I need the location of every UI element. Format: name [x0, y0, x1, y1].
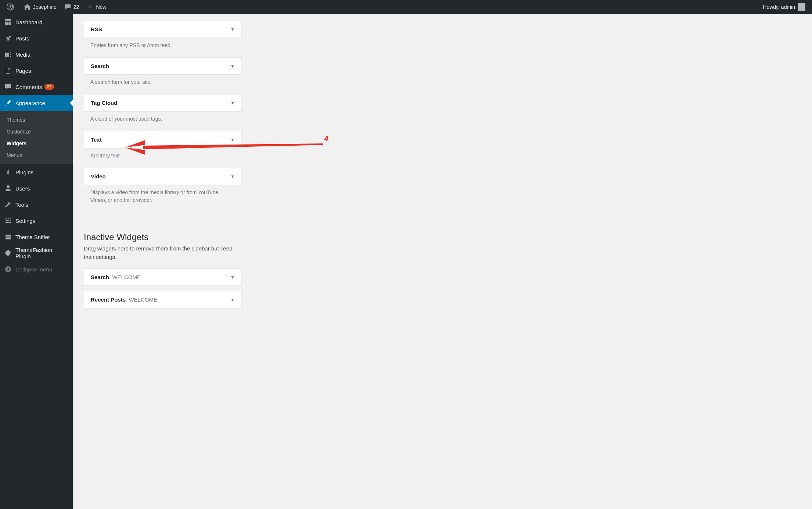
chevron-down-icon[interactable]: ▼: [230, 100, 235, 106]
chevron-down-icon[interactable]: ▼: [230, 27, 235, 32]
admin-sidebar: DashboardPostsMediaPagesComments22Appear…: [0, 14, 73, 509]
my-account-menu[interactable]: Howdy, admin: [759, 0, 809, 14]
howdy-user: admin: [781, 4, 795, 10]
sidebar-item-label: Appearance: [15, 100, 45, 106]
widget-head[interactable]: Text▼: [84, 131, 241, 148]
inactive-widget-inactive-recent-posts[interactable]: Recent Posts: WELCOME▼: [84, 291, 242, 308]
sidebar-item-label: Settings: [15, 218, 35, 224]
widget-title: Recent Posts: WELCOME: [91, 296, 157, 303]
sidebar-item-pages[interactable]: Pages: [0, 63, 73, 79]
available-widgets-column: RSS▼Entries from any RSS or Atom feed.Se…: [84, 21, 242, 210]
plug-icon: [4, 168, 12, 176]
sidebar-item-comments[interactable]: Comments22: [0, 79, 73, 95]
widget-name: Recent Posts: [91, 296, 126, 303]
widget-title: Search: [91, 63, 109, 69]
admin-bar-left: Josephine 22 New: [3, 0, 110, 14]
widget-head[interactable]: Tag Cloud▼: [84, 95, 241, 111]
avatar: [798, 3, 805, 11]
collapse-label: Collapse menu: [15, 266, 52, 273]
dashboard-icon: [4, 18, 12, 26]
widget-video[interactable]: Video▼: [84, 168, 242, 185]
widget-head[interactable]: Search: WELCOME▼: [84, 269, 241, 285]
widget-desc: Entries from any RSS or Atom feed.: [84, 38, 242, 55]
pin-icon: [4, 35, 12, 42]
chevron-down-icon[interactable]: ▼: [230, 174, 235, 179]
comment-icon: [4, 83, 12, 90]
sidebar-item-label: Comments: [15, 84, 42, 90]
sidebar-item-settings[interactable]: Settings: [0, 213, 73, 229]
widget-desc: A search form for your site.: [84, 75, 242, 92]
inactive-widgets-heading: Inactive Widgets: [84, 232, 801, 242]
comment-icon: [64, 3, 71, 11]
inactive-widgets-column: Search: WELCOME▼Recent Posts: WELCOME▼: [84, 268, 242, 308]
wordpress-icon: [7, 3, 14, 11]
howdy-prefix: Howdy,: [763, 4, 781, 10]
widget-name: Search: [91, 274, 109, 280]
site-name-menu[interactable]: Josephine: [20, 0, 60, 14]
collapse-menu[interactable]: Collapse menu: [0, 261, 73, 277]
sidebar-subitem-label: Themes: [7, 117, 25, 123]
new-content-menu[interactable]: New: [83, 0, 110, 14]
widget-title: Video: [91, 173, 106, 179]
sidebar-item-label: Users: [15, 185, 30, 192]
sidebar-item-posts[interactable]: Posts: [0, 30, 73, 46]
widget-search[interactable]: Search▼: [84, 57, 242, 75]
chevron-down-icon[interactable]: ▼: [230, 137, 235, 142]
site-name-label: Josephine: [33, 4, 57, 10]
comments-count: 22: [73, 4, 79, 10]
brush-icon: [4, 99, 12, 107]
widget-head[interactable]: Video▼: [84, 168, 241, 185]
plus-icon: [86, 3, 94, 11]
sidebar-submenu-appearance: ThemesCustomizeWidgetsMenus: [0, 111, 73, 164]
sidebar-item-theme-sniffer[interactable]: Theme Sniffer: [0, 229, 73, 245]
widget-title: RSS: [91, 26, 102, 32]
widget-title: Search: WELCOME: [91, 274, 141, 280]
wrench-icon: [4, 201, 12, 208]
inactive-widget-inactive-search[interactable]: Search: WELCOME▼: [84, 268, 242, 286]
widget-head[interactable]: Recent Posts: WELCOME▼: [84, 291, 241, 308]
widget-value: : WELCOME: [126, 296, 157, 303]
sidebar-item-label: Pages: [15, 68, 31, 74]
widget-desc: Arbitrary text.: [84, 148, 242, 165]
sidebar-subitem-label: Menus: [7, 152, 22, 158]
widget-head[interactable]: Search▼: [84, 58, 241, 74]
home-icon: [24, 3, 31, 11]
content-area: RSS▼Entries from any RSS or Atom feed.Se…: [73, 14, 812, 509]
widget-head[interactable]: RSS▼: [84, 21, 241, 38]
list-icon: [4, 233, 12, 241]
sidebar-item-appearance[interactable]: Appearance: [0, 95, 73, 111]
sidebar-item-label: ThemeFashion Plugin: [15, 247, 68, 259]
admin-bar-right: Howdy, admin: [759, 0, 809, 14]
widget-rss[interactable]: RSS▼: [84, 21, 242, 38]
sidebar-item-media[interactable]: Media: [0, 46, 73, 63]
pages-icon: [4, 67, 12, 74]
widget-value: : WELCOME: [109, 274, 141, 280]
sidebar-item-label: Theme Sniffer: [15, 234, 50, 240]
sidebar-subitem-menus[interactable]: Menus: [0, 149, 73, 161]
sidebar-item-themefashion-plugin[interactable]: ThemeFashion Plugin: [0, 245, 73, 261]
sidebar-subitem-customize[interactable]: Customize: [0, 126, 73, 138]
sidebar-item-label: Plugins: [15, 169, 33, 175]
sidebar-item-dashboard[interactable]: Dashboard: [0, 14, 73, 30]
sidebar-item-users[interactable]: Users: [0, 180, 73, 196]
wp-logo-menu[interactable]: [3, 0, 20, 14]
sidebar-item-tools[interactable]: Tools: [0, 196, 73, 213]
chevron-down-icon[interactable]: ▼: [230, 297, 235, 302]
widget-title: Tag Cloud: [91, 100, 117, 106]
chevron-down-icon[interactable]: ▼: [230, 64, 235, 69]
sliders-icon: [4, 217, 12, 224]
collapse-icon: [4, 266, 12, 273]
chevron-down-icon[interactable]: ▼: [230, 275, 235, 280]
sidebar-item-label: Tools: [15, 202, 28, 208]
sidebar-item-plugins[interactable]: Plugins: [0, 164, 73, 180]
user-icon: [4, 185, 12, 192]
gear-icon: [4, 249, 12, 257]
widget-text[interactable]: Text▼: [84, 131, 242, 148]
widget-tag-cloud[interactable]: Tag Cloud▼: [84, 94, 242, 111]
media-icon: [4, 51, 12, 58]
count-badge: 22: [44, 84, 54, 90]
comments-menu[interactable]: 22: [60, 0, 83, 14]
sidebar-item-label: Dashboard: [15, 19, 42, 25]
sidebar-subitem-widgets[interactable]: Widgets: [0, 138, 73, 149]
sidebar-subitem-themes[interactable]: Themes: [0, 114, 73, 126]
